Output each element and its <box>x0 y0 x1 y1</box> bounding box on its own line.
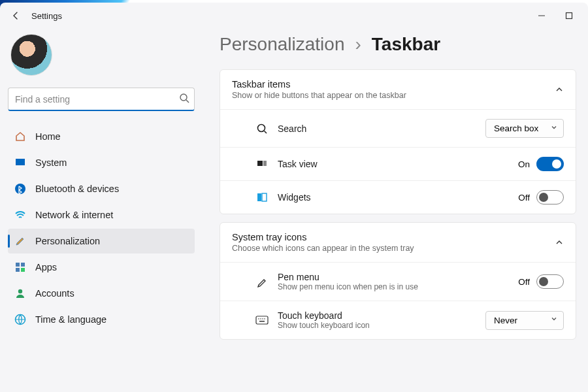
apps-icon <box>14 261 26 273</box>
sidebar: Home System Bluetooth & devices Network … <box>0 29 203 392</box>
chevron-up-icon <box>555 238 564 247</box>
search-input[interactable] <box>8 88 195 111</box>
keyboard-icon <box>255 314 269 327</box>
paintbrush-icon <box>14 235 26 247</box>
task-view-icon <box>255 157 269 171</box>
bluetooth-icon <box>14 183 26 195</box>
group-header[interactable]: System tray icons Choose which icons can… <box>220 223 576 262</box>
svg-rect-23 <box>259 321 265 322</box>
nav-label: Bluetooth & devices <box>35 184 119 194</box>
arrow-left-icon <box>10 10 21 21</box>
nav-item-personalization[interactable]: Personalization <box>8 229 195 253</box>
dropdown-value: Search box <box>494 123 538 133</box>
svg-rect-8 <box>16 268 20 272</box>
search-icon <box>179 93 189 106</box>
task-view-toggle[interactable] <box>536 157 564 171</box>
row-widgets: Widgets Off <box>220 180 576 214</box>
row-touch-keyboard: Touch keyboard Show touch keyboard icon … <box>220 301 576 339</box>
minimize-icon <box>538 12 546 20</box>
nav-label: Home <box>35 131 61 142</box>
maximize-icon <box>565 12 573 20</box>
nav-item-bluetooth[interactable]: Bluetooth & devices <box>8 176 195 201</box>
maximize-button[interactable] <box>563 10 575 22</box>
toggle-state-label: Off <box>518 193 530 203</box>
nav-label: Network & internet <box>35 210 113 220</box>
widgets-icon <box>255 191 269 204</box>
nav-item-home[interactable]: Home <box>8 124 195 149</box>
svg-rect-9 <box>21 268 25 272</box>
svg-point-19 <box>258 318 259 319</box>
avatar[interactable] <box>10 34 52 76</box>
nav-item-time[interactable]: Time & language <box>8 307 195 332</box>
svg-rect-6 <box>16 263 20 267</box>
nav-label: System <box>35 157 67 168</box>
window-title: Settings <box>31 11 62 21</box>
pen-menu-toggle[interactable] <box>536 274 564 289</box>
nav-label: Personalization <box>35 236 100 246</box>
row-label: Task view <box>278 159 509 169</box>
home-icon <box>14 131 26 142</box>
group-taskbar-items: Taskbar items Show or hide buttons that … <box>220 69 576 214</box>
chevron-down-icon <box>550 123 558 133</box>
toggle-state-label: On <box>518 159 530 169</box>
system-icon <box>14 157 26 169</box>
row-sublabel: Show touch keyboard icon <box>278 321 476 330</box>
nav-item-apps[interactable]: Apps <box>8 255 195 280</box>
titlebar: Settings <box>0 3 588 29</box>
wifi-icon <box>14 209 26 221</box>
breadcrumb: Personalization › Taskbar <box>220 34 576 55</box>
nav-label: Apps <box>35 262 57 272</box>
chevron-down-icon <box>550 316 558 325</box>
svg-line-13 <box>265 131 267 133</box>
svg-point-10 <box>18 289 22 293</box>
nav-item-network[interactable]: Network & internet <box>8 203 195 227</box>
window-controls <box>536 10 583 22</box>
minimize-button[interactable] <box>536 10 547 22</box>
svg-point-12 <box>258 124 265 131</box>
chevron-up-icon <box>555 85 564 94</box>
toggle-state-label: Off <box>518 277 530 287</box>
globe-icon <box>14 314 26 325</box>
settings-window: Settings Home System <box>0 3 588 392</box>
search-icon <box>255 122 269 135</box>
svg-rect-18 <box>256 316 268 324</box>
search-wrap <box>8 88 195 111</box>
back-button[interactable] <box>5 5 26 26</box>
row-task-view: Task view On <box>220 147 576 180</box>
window-body: Home System Bluetooth & devices Network … <box>0 29 588 392</box>
chevron-right-icon: › <box>355 34 361 55</box>
svg-point-21 <box>262 318 263 319</box>
svg-rect-17 <box>262 193 267 201</box>
nav-label: Time & language <box>35 314 106 325</box>
row-sublabel: Show pen menu icon when pen is in use <box>278 282 509 291</box>
svg-point-20 <box>260 318 261 319</box>
group-title: System tray icons <box>232 232 555 242</box>
svg-rect-7 <box>21 263 25 267</box>
person-icon <box>14 287 26 299</box>
group-header[interactable]: Taskbar items Show or hide buttons that … <box>220 70 576 109</box>
row-label: Search <box>278 123 476 134</box>
svg-rect-1 <box>566 13 572 19</box>
group-subtitle: Show or hide buttons that appear on the … <box>232 91 555 100</box>
svg-rect-4 <box>16 159 25 165</box>
svg-rect-15 <box>263 161 267 166</box>
svg-rect-16 <box>257 193 261 201</box>
row-label: Widgets <box>278 192 509 203</box>
group-subtitle: Choose which icons can appear in the sys… <box>232 244 555 253</box>
svg-rect-14 <box>257 161 263 166</box>
nav-label: Accounts <box>35 288 74 299</box>
main-content: Personalization › Taskbar Taskbar items … <box>203 29 588 392</box>
nav-item-accounts[interactable]: Accounts <box>8 281 195 306</box>
touch-keyboard-dropdown[interactable]: Never <box>485 311 564 330</box>
breadcrumb-current: Taskbar <box>372 34 440 55</box>
row-label: Touch keyboard <box>278 310 476 321</box>
search-dropdown[interactable]: Search box <box>485 119 564 138</box>
dropdown-value: Never <box>494 316 517 325</box>
svg-point-2 <box>180 94 187 101</box>
svg-point-22 <box>264 318 265 319</box>
group-system-tray: System tray icons Choose which icons can… <box>220 222 576 340</box>
group-title: Taskbar items <box>232 79 555 90</box>
nav-item-system[interactable]: System <box>8 150 195 175</box>
breadcrumb-parent[interactable]: Personalization <box>220 34 344 55</box>
widgets-toggle[interactable] <box>536 190 564 204</box>
